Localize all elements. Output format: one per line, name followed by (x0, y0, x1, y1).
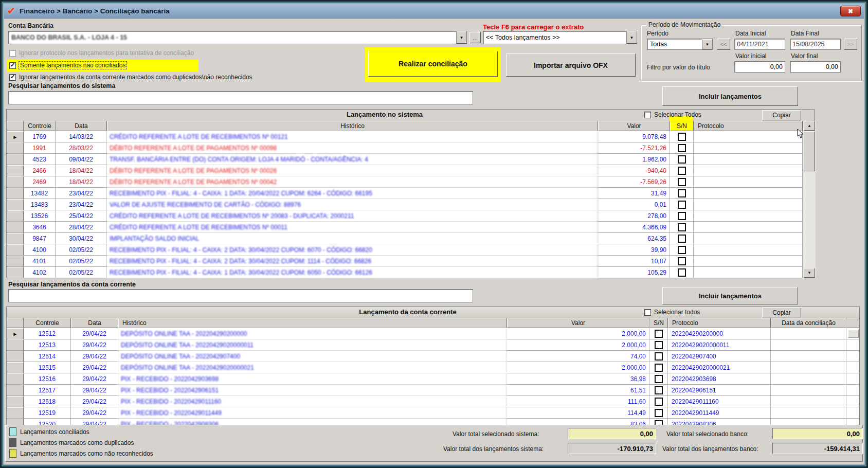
valor-final-field[interactable]: 0,00 (790, 61, 841, 73)
sn-checkbox[interactable] (678, 133, 686, 141)
sn-checkbox[interactable] (655, 386, 663, 394)
sn-checkbox[interactable] (678, 144, 686, 152)
row-selector[interactable] (7, 362, 24, 373)
sistema-table-row[interactable]: 984730/04/22IMPLANTAÇÃO SALDO INICIAL624… (7, 233, 803, 244)
ignorar-duplicados-checkbox[interactable] (9, 74, 16, 81)
row-selector[interactable] (7, 351, 24, 362)
data-final-field[interactable]: 15/08/2025 (790, 39, 841, 50)
column-header-controle[interactable]: Controle (24, 318, 71, 328)
sn-checkbox[interactable] (678, 189, 686, 197)
realizar-conciliacao-button[interactable]: Realizar conciliação (368, 51, 498, 77)
somente-nao-conciliados-checkbox[interactable] (9, 62, 16, 69)
sistema-table-row[interactable]: 1348323/04/22VALOR DE AJUSTE RECEBIMENTO… (7, 199, 803, 210)
ignorar-protocolo-checkbox[interactable] (9, 50, 16, 57)
sn-checkbox[interactable] (678, 235, 686, 243)
select-all-banco-checkbox[interactable] (644, 309, 651, 316)
incluir-lancamentos-banco-button[interactable]: Incluir lançamentos (662, 287, 798, 304)
column-header-data[interactable]: Data (56, 121, 107, 131)
scroll-up-icon[interactable]: ▲ (804, 121, 815, 131)
column-header-data-da-concilia-o[interactable]: Data da conciliação (771, 318, 846, 328)
column-header-selector[interactable] (7, 121, 24, 131)
data-inicial-field[interactable]: 04/11/2021 (734, 39, 785, 50)
column-header-hist-rico[interactable]: Histórico (118, 318, 507, 328)
sn-checkbox[interactable] (678, 178, 686, 186)
sistema-table-row[interactable]: 364628/04/22CRÉDITO REFERENTE A LOTE DE … (7, 222, 803, 233)
sn-checkbox[interactable] (655, 398, 663, 406)
sistema-table-row[interactable]: 246618/04/22DÉBITO REFERENTE A LOTE DE P… (7, 165, 803, 176)
column-header-hist-rico[interactable]: Histórico (107, 121, 598, 131)
banco-table-row[interactable]: 1251729/04/22PIX - RECEBIDO - 2022042906… (7, 385, 859, 396)
banco-table-row[interactable]: 1251929/04/22PIX - RECEBIDO - 2022042901… (7, 407, 859, 419)
column-header-valor[interactable]: Valor (507, 318, 649, 328)
periodo-select[interactable]: Todas ▼ (647, 39, 713, 50)
banco-table-row[interactable]: 1251629/04/22PIX - RECEBIDO - 2022042903… (7, 373, 859, 385)
row-selector[interactable] (7, 339, 24, 350)
periodo-prev-button[interactable]: << (717, 39, 730, 50)
scroll-down-icon[interactable]: ▼ (804, 268, 815, 278)
row-selector[interactable] (7, 154, 24, 165)
sn-checkbox[interactable] (678, 167, 686, 175)
column-header-protocolo[interactable]: Protocolo (694, 121, 803, 131)
banco-table-row[interactable]: 1251429/04/22DEPÓSITO ONLINE TAA - 20220… (7, 351, 859, 362)
banco-table-mini-scrollbox[interactable] (848, 330, 859, 338)
row-selector[interactable] (7, 165, 24, 176)
chevron-down-icon[interactable]: ▼ (456, 31, 466, 44)
row-selector[interactable] (7, 222, 24, 232)
sistema-table-row[interactable]: 410002/05/22RECEBIMENTO PIX - FILIAL: 4 … (7, 244, 803, 256)
column-header-valor[interactable]: Valor (598, 121, 670, 131)
sn-checkbox[interactable] (655, 330, 663, 338)
row-selector[interactable] (7, 244, 24, 255)
row-selector[interactable] (7, 385, 24, 395)
banco-table-row[interactable]: 1251829/04/22PIX - RECEBIDO - 2022042901… (7, 396, 859, 407)
copiar-banco-button[interactable]: Copiar (762, 308, 801, 317)
pesquisar-banco-input[interactable] (8, 289, 473, 302)
sn-checkbox[interactable] (678, 201, 686, 209)
column-header-s-n[interactable]: S/N (649, 318, 668, 328)
scrollbar-thumb[interactable] (804, 131, 815, 171)
extrato-filter-select[interactable]: << Todos lançamentos >> ▼ (483, 31, 637, 44)
conta-bancaria-browse-button[interactable]: ... (469, 32, 481, 43)
sistema-table-row[interactable]: 410102/05/22RECEBIMENTO PIX - FILIAL: 4 … (7, 256, 803, 267)
incluir-lancamentos-sistema-button[interactable]: Incluir lançamentos (662, 86, 798, 106)
banco-table-row[interactable]: 1251329/04/22DEPÓSITO ONLINE TAA - 20220… (7, 339, 859, 351)
sistema-table-row[interactable]: 1348223/04/22RECEBIMENTO PIX - FILIAL: 4… (7, 188, 803, 199)
sistema-table-row[interactable]: 1352625/04/22CRÉDITO REFERENTE A LOTE DE… (7, 210, 803, 222)
sn-checkbox[interactable] (655, 352, 663, 361)
select-all-sistema-checkbox[interactable] (644, 112, 651, 118)
sn-checkbox[interactable] (678, 212, 686, 220)
sistema-table-scrollbar[interactable]: ▲ ▼ (803, 121, 816, 278)
sn-checkbox[interactable] (678, 246, 686, 254)
row-selector[interactable] (7, 373, 24, 384)
sn-checkbox[interactable] (655, 341, 663, 349)
row-selector[interactable] (7, 142, 24, 153)
pesquisar-sistema-input[interactable] (8, 91, 473, 104)
chevron-down-icon[interactable]: ▼ (626, 31, 637, 44)
sn-checkbox[interactable] (678, 268, 686, 277)
importar-ofx-button[interactable]: Importar arquivo OFX (506, 53, 636, 77)
row-selector[interactable] (7, 188, 24, 199)
chevron-down-icon[interactable]: ▼ (702, 39, 712, 49)
row-selector[interactable] (7, 199, 24, 210)
conta-bancaria-select[interactable]: BANCO DO BRASIL S.A. - LOJA 4 - 15 ▼ (8, 31, 467, 44)
sn-checkbox[interactable] (678, 155, 686, 164)
sn-checkbox[interactable] (655, 364, 663, 372)
row-selector[interactable] (7, 256, 24, 266)
sn-checkbox[interactable] (678, 223, 686, 231)
row-selector[interactable]: ► (7, 131, 24, 142)
sn-checkbox[interactable] (678, 257, 686, 265)
banco-table-row[interactable]: 1251529/04/22DEPÓSITO ONLINE TAA - 20220… (7, 362, 859, 373)
close-button[interactable]: ✖ (840, 6, 861, 16)
column-header-protocolo[interactable]: Protocolo (668, 318, 771, 328)
row-selector[interactable] (7, 210, 24, 221)
row-selector[interactable] (7, 267, 24, 278)
sn-checkbox[interactable] (655, 409, 663, 417)
row-selector[interactable] (7, 176, 24, 187)
row-selector[interactable]: ► (7, 328, 24, 339)
column-header-s-n[interactable]: S/N (670, 121, 694, 131)
sistema-table-row[interactable]: 452309/04/22TRANSF. BANCÁRIA ENTRE (DO) … (7, 154, 803, 165)
column-header-data[interactable]: Data (71, 318, 118, 328)
row-selector[interactable] (7, 233, 24, 244)
column-header-controle[interactable]: Controle (24, 121, 56, 131)
banco-table-row[interactable]: ►1251229/04/22DEPÓSITO ONLINE TAA - 2022… (7, 328, 859, 339)
row-selector[interactable] (7, 396, 24, 407)
